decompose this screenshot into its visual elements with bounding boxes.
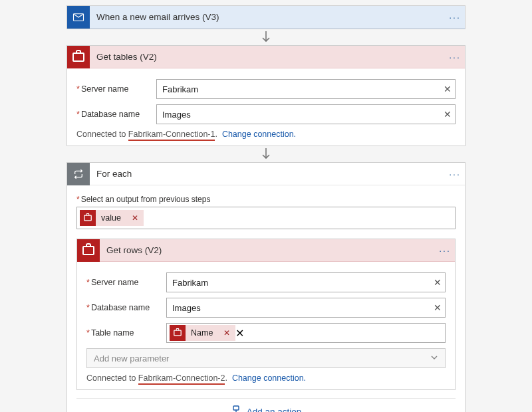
- for-each-menu-button[interactable]: ···: [445, 169, 465, 179]
- server-name-input[interactable]: Fabrikam: [166, 272, 446, 292]
- connection-status: Connected to Fabrikam-Connection-1. Chan…: [76, 130, 456, 139]
- table-name-label: *Table name: [86, 328, 166, 338]
- trigger-card[interactable]: When a new email arrives (V3) ···: [66, 5, 466, 29]
- for-each-header[interactable]: For each ···: [67, 163, 465, 185]
- svg-rect-1: [233, 406, 239, 410]
- database-name-input[interactable]: Images: [156, 104, 456, 124]
- get-tables-title: Get tables (V2): [90, 52, 445, 62]
- connection-status: Connected to Fabrikam-Connection-2. Chan…: [86, 373, 446, 383]
- sql-icon: [170, 325, 186, 341]
- table-name-input[interactable]: Name ✕ ✕: [166, 323, 446, 343]
- outlook-icon: [67, 6, 90, 29]
- server-name-label: *Server name: [76, 84, 156, 94]
- server-name-label: *Server name: [86, 278, 166, 287]
- for-each-card: For each ··· *Select an output from prev…: [66, 162, 466, 412]
- database-name-label: *Database name: [76, 110, 156, 119]
- database-name-input[interactable]: Images: [166, 298, 446, 318]
- clear-icon[interactable]: ✕: [444, 109, 452, 120]
- change-connection-link[interactable]: Change connection.: [222, 130, 296, 139]
- add-action-button[interactable]: Add an action: [76, 398, 456, 412]
- trigger-menu-button[interactable]: ···: [445, 12, 465, 23]
- clear-icon[interactable]: ✕: [444, 84, 452, 94]
- remove-token-icon[interactable]: ✕: [126, 213, 144, 223]
- dynamic-token[interactable]: Name ✕: [170, 325, 235, 341]
- change-connection-link[interactable]: Change connection.: [232, 373, 306, 383]
- database-name-label: *Database name: [86, 303, 166, 312]
- dynamic-token[interactable]: value ✕: [80, 210, 144, 226]
- get-tables-menu-button[interactable]: ···: [445, 52, 465, 62]
- select-output-input[interactable]: value ✕: [76, 207, 456, 229]
- add-parameter-dropdown[interactable]: Add new parameter: [86, 348, 446, 368]
- add-step-icon: [231, 405, 241, 412]
- for-each-title: For each: [90, 169, 445, 179]
- get-tables-card: Get tables (V2) ··· *Server name Fabrika…: [66, 45, 466, 146]
- loop-icon: [67, 163, 90, 185]
- sql-icon: [67, 46, 90, 68]
- get-rows-header[interactable]: Get rows (V2) ···: [77, 239, 455, 262]
- sql-icon: [80, 210, 96, 226]
- select-output-label: *Select an output from previous steps: [76, 195, 456, 204]
- get-rows-title: Get rows (V2): [100, 245, 435, 255]
- get-tables-header[interactable]: Get tables (V2) ···: [67, 46, 465, 68]
- remove-token-icon[interactable]: ✕: [218, 328, 235, 338]
- clear-icon[interactable]: ✕: [434, 277, 442, 288]
- trigger-title: When a new email arrives (V3): [90, 12, 445, 22]
- get-rows-menu-button[interactable]: ···: [435, 245, 455, 256]
- clear-icon[interactable]: ✕: [235, 327, 244, 340]
- server-name-input[interactable]: Fabrikam: [156, 79, 456, 99]
- connector-arrow-icon: [12, 29, 520, 45]
- sql-icon: [77, 239, 100, 262]
- chevron-down-icon: [430, 354, 438, 363]
- clear-icon[interactable]: ✕: [434, 302, 442, 313]
- connector-arrow-icon: [12, 146, 520, 162]
- get-rows-card: Get rows (V2) ··· *Server name Fabrikam …: [76, 239, 456, 390]
